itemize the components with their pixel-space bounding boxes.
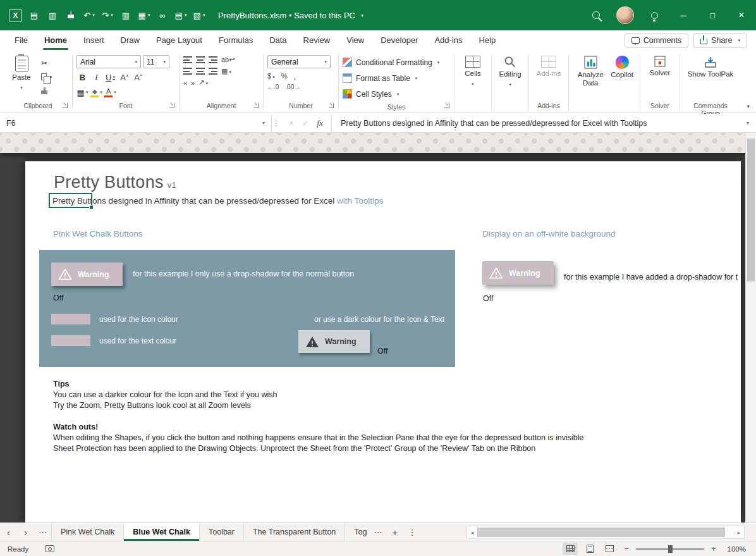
expand-formula-bar-icon[interactable]: ▾ xyxy=(740,114,756,132)
add-sheet-button[interactable]: + xyxy=(386,523,403,541)
dialog-launcher-icon[interactable] xyxy=(169,103,174,108)
delete-cells-icon[interactable]: ▥ xyxy=(117,4,135,26)
zoom-in-button[interactable]: + xyxy=(709,544,719,553)
tab-help[interactable]: Help xyxy=(471,30,504,50)
previous-sheet-icon[interactable]: ‹ xyxy=(0,523,17,541)
table-style-icon[interactable]: ▦▾ xyxy=(135,4,153,26)
zoom-level[interactable]: 100% xyxy=(723,545,746,553)
name-box[interactable]: F6 ▾ xyxy=(0,114,272,132)
increase-indent-button[interactable]: » xyxy=(191,79,195,87)
align-middle-button[interactable] xyxy=(196,56,205,63)
warning-button-dark-text[interactable]: Warning xyxy=(298,330,370,353)
link-icon[interactable]: ∞ xyxy=(154,4,171,26)
format-as-table-button[interactable]: Format as Table ▾ xyxy=(343,71,439,85)
save-icon[interactable]: ▤ xyxy=(25,4,43,26)
tab-add-ins[interactable]: Add-ins xyxy=(426,30,470,50)
all-sheets-icon[interactable]: ⋯ xyxy=(34,523,51,541)
editing-button[interactable]: Editing ▾ xyxy=(496,53,525,100)
zoom-out-button[interactable]: − xyxy=(621,544,631,553)
warning-button-offwhite[interactable]: Warning xyxy=(482,261,554,285)
tab-home[interactable]: Home xyxy=(36,30,75,50)
merge-table-icon[interactable]: ▤▾ xyxy=(172,4,190,26)
add-ins-button[interactable]: Add-ins xyxy=(533,53,564,100)
tab-file[interactable]: File xyxy=(6,30,36,50)
formula-bar-handle[interactable]: ⋮ xyxy=(272,114,281,132)
tab-developer[interactable]: Developer xyxy=(372,30,426,50)
decrease-font-size-button[interactable]: A▾ xyxy=(132,71,144,83)
confirm-entry-icon[interactable]: ✓ xyxy=(298,119,312,128)
dialog-launcher-icon[interactable] xyxy=(329,103,334,108)
align-left-button[interactable] xyxy=(183,68,192,75)
copy-button[interactable]: ▾ xyxy=(40,71,54,83)
horizontal-scrollbar[interactable]: ◂ ▸ xyxy=(466,526,745,539)
tab-page-layout[interactable]: Page Layout xyxy=(148,30,210,50)
formula-input[interactable]: Pretty Buttons designed in Affinity that… xyxy=(332,114,740,132)
comments-button[interactable]: Comments xyxy=(625,33,688,48)
cells-button[interactable]: Cells ▾ xyxy=(458,53,487,100)
fill-color-button[interactable]: ◆▾ xyxy=(90,86,102,99)
show-toolpak-button[interactable]: Show ToolPak xyxy=(684,53,737,100)
align-right-button[interactable] xyxy=(209,68,217,75)
increase-font-size-button[interactable]: A▴ xyxy=(118,71,130,83)
align-center-button[interactable] xyxy=(196,68,205,75)
sheet-page[interactable]: Pretty Buttonsv1 Pretty Buttons designed… xyxy=(25,161,741,522)
insert-function-icon[interactable]: fx xyxy=(312,118,327,128)
zoom-slider-thumb[interactable] xyxy=(668,545,673,553)
avatar[interactable] xyxy=(611,0,640,30)
format-painter-button[interactable] xyxy=(40,85,54,97)
cut-button[interactable]: ✂ xyxy=(40,57,54,69)
align-bottom-button[interactable] xyxy=(209,56,217,63)
paste-button[interactable]: Paste ▾ xyxy=(8,53,35,100)
tab-view[interactable]: View xyxy=(338,30,372,50)
merge-center-button[interactable]: ▦▾ xyxy=(221,67,231,75)
cancel-entry-icon[interactable]: × xyxy=(284,119,298,128)
conditional-formatting-button[interactable]: Conditional Formatting ▾ xyxy=(343,55,439,70)
excel-logo-icon[interactable]: X xyxy=(6,4,25,26)
orientation-button[interactable]: ↗▾ xyxy=(198,78,208,87)
decrease-indent-button[interactable]: « xyxy=(183,79,187,87)
minimize-button[interactable]: ─ xyxy=(669,0,698,30)
zoom-slider[interactable] xyxy=(636,548,704,550)
cell-styles-button[interactable]: Cell Styles ▾ xyxy=(343,87,439,101)
vertical-scrollbar-thumb[interactable] xyxy=(747,139,755,281)
tab-review[interactable]: Review xyxy=(295,30,339,50)
font-name-combo[interactable]: Arial▾ xyxy=(76,55,141,68)
format-painter-icon[interactable] xyxy=(62,4,80,26)
font-size-combo[interactable]: 11▾ xyxy=(143,55,169,68)
collapse-ribbon-icon[interactable]: ▾ xyxy=(747,103,750,109)
warning-button-normal[interactable]: Warning xyxy=(51,263,123,286)
tab-data[interactable]: Data xyxy=(261,30,295,50)
percent-style-button[interactable]: % xyxy=(281,72,288,80)
next-sheet-icon[interactable]: › xyxy=(17,523,34,541)
copy-document-icon[interactable]: ▥ xyxy=(44,4,61,26)
dialog-launcher-icon[interactable] xyxy=(253,103,259,108)
solver-button[interactable]: Solver xyxy=(644,53,676,100)
sheet-tab-pink-wet-chalk[interactable]: Pink Wet Chalk xyxy=(51,523,124,541)
page-layout-view-button[interactable] xyxy=(582,543,597,555)
sheet-tab-tog[interactable]: Tog xyxy=(345,523,369,541)
sheet-options-icon[interactable]: ⋮ xyxy=(403,523,420,541)
search-icon[interactable] xyxy=(582,0,611,30)
share-button[interactable]: Share ▾ xyxy=(693,33,747,48)
scroll-right-icon[interactable]: ▸ xyxy=(734,529,744,536)
dialog-launcher-icon[interactable] xyxy=(444,103,449,108)
sheet-tab-blue-wet-chalk[interactable]: Blue Wet Chalk xyxy=(124,523,200,541)
horizontal-scrollbar-thumb[interactable] xyxy=(477,528,725,537)
wrap-text-button[interactable]: ab↩ xyxy=(221,56,235,64)
sheet-tab-transparent-button[interactable]: The Transparent Button xyxy=(244,523,345,541)
dialog-launcher-icon[interactable] xyxy=(63,103,68,108)
font-color-button[interactable]: A▾ xyxy=(104,86,116,99)
vertical-scrollbar[interactable] xyxy=(745,133,756,522)
tab-formulas[interactable]: Formulas xyxy=(210,30,261,50)
accessibility-checker-icon[interactable] xyxy=(45,545,54,552)
tab-insert[interactable]: Insert xyxy=(75,30,113,50)
bold-button[interactable]: B xyxy=(76,71,88,83)
undo-icon[interactable]: ↶▾ xyxy=(80,4,98,26)
chevron-down-icon[interactable]: ▾ xyxy=(361,13,363,18)
more-sheets-icon[interactable]: ⋯ xyxy=(369,523,386,541)
analyze-data-button[interactable]: Analyze Data xyxy=(573,53,608,100)
sheet-tab-toolbar[interactable]: Toolbar xyxy=(200,523,244,541)
page-break-view-button[interactable] xyxy=(602,543,617,555)
close-button[interactable]: × xyxy=(727,0,756,30)
accounting-format-button[interactable]: $▾ xyxy=(267,72,275,80)
